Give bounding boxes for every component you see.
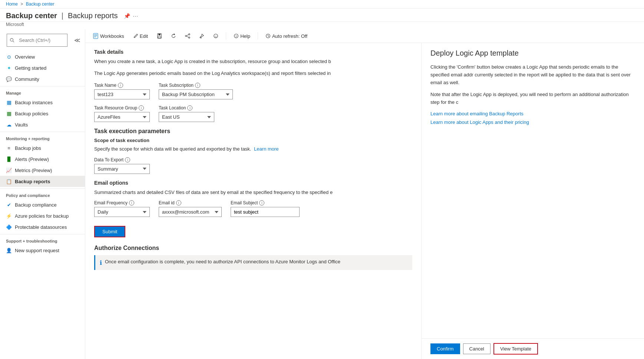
task-subscription-select[interactable]: Backup PM Subscription: [159, 89, 233, 99]
sidebar-item-backup-instances[interactable]: ▦ Backup instances: [0, 97, 85, 108]
sidebar-item-overview[interactable]: ⊙ Overview: [0, 51, 85, 62]
task-details-header: Task details: [94, 49, 412, 55]
feedback-icon: ☺: [213, 33, 218, 39]
sidebar-item-backup-compliance[interactable]: ✔ Backup compliance: [0, 199, 85, 210]
sidebar-item-alerts[interactable]: █ Alerts (Preview): [0, 154, 85, 165]
sidebar-label-backup-jobs: Backup jobs: [15, 145, 41, 151]
form-group-email-id: Email id i axxxx@microsoft.com: [159, 200, 222, 217]
toolbar-workbooks[interactable]: Workbooks: [91, 32, 126, 40]
svg-rect-3: [94, 34, 97, 35]
toolbar-share[interactable]: [184, 32, 192, 40]
data-export-select[interactable]: Summary: [94, 164, 150, 174]
sidebar: ≪ ⊙ Overview ✦ Getting started 💬 Communi…: [0, 29, 85, 359]
sidebar-label-alerts: Alerts (Preview): [15, 157, 49, 162]
sidebar-item-vaults[interactable]: ☁ Vaults: [0, 119, 85, 130]
email-subject-info-icon[interactable]: i: [259, 200, 264, 205]
task-subscription-info-icon[interactable]: i: [195, 83, 200, 88]
email-frequency-info-icon[interactable]: i: [129, 200, 134, 205]
toolbar-pin[interactable]: [198, 32, 206, 40]
sidebar-label-backup-reports: Backup reports: [15, 179, 50, 184]
sidebar-section-support: Support + troubleshooting: [0, 234, 85, 245]
header-separator: |: [62, 11, 63, 20]
toolbar-save[interactable]: [155, 32, 164, 40]
email-id-info-icon[interactable]: i: [176, 200, 181, 205]
email-subject-input[interactable]: [231, 207, 300, 217]
task-name-select[interactable]: test123: [94, 89, 150, 99]
breadcrumb-home[interactable]: Home: [6, 1, 18, 7]
svg-line-12: [187, 35, 189, 36]
right-panel-footer: Confirm Cancel View Template: [422, 338, 644, 359]
toolbar-edit-label: Edit: [140, 33, 148, 39]
info-banner-icon: ℹ: [100, 259, 102, 266]
sidebar-label-vaults: Vaults: [15, 122, 28, 128]
data-export-info-icon[interactable]: i: [125, 157, 130, 162]
cancel-button[interactable]: Cancel: [463, 343, 491, 354]
more-icon[interactable]: ···: [133, 13, 139, 19]
email-options-desc: Summarized charts and detailed CSV files…: [94, 189, 398, 196]
sidebar-section-manage: Manage: [0, 86, 85, 97]
task-name-info-icon[interactable]: i: [118, 83, 123, 88]
learn-more-backup-reports-link[interactable]: Learn more about emailing Backup Reports: [430, 111, 635, 116]
data-export-label: Data To Export i: [94, 157, 150, 162]
search-box[interactable]: [7, 34, 67, 47]
authorize-desc: Once email configuration is complete, yo…: [105, 259, 340, 264]
sidebar-label-community: Community: [15, 76, 39, 82]
task-execution-header: Task execution parameters: [94, 128, 412, 135]
authorize-section: Authorize Connections ℹ Once email confi…: [94, 245, 412, 270]
authorize-title: Authorize Connections: [94, 245, 412, 251]
resource-group-info-icon[interactable]: i: [139, 105, 144, 111]
email-id-select[interactable]: axxxx@microsoft.com: [159, 207, 222, 217]
toolbar-separator: [226, 32, 226, 40]
edit-icon: [133, 33, 138, 39]
backup-policies-icon: ▦: [6, 111, 12, 116]
page-header: Backup center | Backup reports 📌 ···: [0, 9, 644, 22]
sidebar-item-getting-started[interactable]: ✦ Getting started: [0, 62, 85, 73]
sidebar-label-metrics: Metrics (Preview): [15, 168, 52, 173]
header-actions: 📌 ···: [124, 13, 139, 19]
sidebar-label-protectable-datasources: Protectable datasources: [15, 224, 67, 230]
toolbar-autorefresh[interactable]: Auto refresh: Off: [264, 32, 309, 40]
sidebar-collapse-icon[interactable]: ≪: [73, 37, 82, 44]
protectable-datasources-icon: 🔷: [6, 224, 12, 230]
task-location-info-icon[interactable]: i: [187, 105, 192, 111]
task-details-desc2: The Logic App generates periodic emails …: [94, 70, 398, 77]
svg-text:☺: ☺: [214, 35, 217, 38]
pin-icon[interactable]: 📌: [124, 13, 130, 19]
task-location-select[interactable]: East US: [159, 112, 214, 122]
form-group-email-frequency: Email Frequency i Daily: [94, 200, 150, 217]
vaults-icon: ☁: [6, 122, 12, 128]
sidebar-item-metrics[interactable]: 📈 Metrics (Preview): [0, 165, 85, 176]
svg-rect-8: [158, 36, 161, 38]
email-frequency-select[interactable]: Daily: [94, 207, 150, 217]
toolbar-separator2: [258, 32, 258, 40]
view-template-button[interactable]: View Template: [493, 343, 538, 355]
save-icon: [157, 33, 162, 39]
sidebar-item-community[interactable]: 💬 Community: [0, 73, 85, 85]
search-input[interactable]: [16, 36, 64, 45]
resource-group-select[interactable]: AzureFiles: [94, 112, 150, 122]
toolbar-help[interactable]: ? Help: [232, 32, 252, 40]
submit-button[interactable]: Submit: [94, 226, 125, 237]
right-panel: Deploy Logic App template Clicking the '…: [422, 43, 644, 359]
sidebar-item-backup-policies[interactable]: ▦ Backup policies: [0, 108, 85, 119]
azure-policies-icon: ⚡: [6, 213, 12, 219]
sidebar-item-backup-reports[interactable]: 📋 Backup reports: [0, 176, 85, 187]
sidebar-item-protectable-datasources[interactable]: 🔷 Protectable datasources: [0, 221, 85, 233]
learn-more-logic-apps-link[interactable]: Learn more about Logic Apps and their pr…: [430, 119, 635, 125]
email-subject-label: Email Subject i: [231, 200, 300, 205]
sidebar-item-backup-jobs[interactable]: ≡ Backup jobs: [0, 142, 85, 154]
confirm-button[interactable]: Confirm: [430, 343, 460, 354]
form-row-resource-location: Task Resource Group i AzureFiles Task Lo…: [94, 105, 412, 122]
sidebar-label-backup-policies: Backup policies: [15, 111, 48, 116]
backup-compliance-icon: ✔: [6, 202, 12, 208]
svg-rect-4: [94, 36, 97, 36]
toolbar-edit[interactable]: Edit: [132, 32, 149, 40]
sidebar-item-azure-policies[interactable]: ⚡ Azure policies for backup: [0, 210, 85, 221]
sidebar-label-backup-instances: Backup instances: [15, 100, 53, 105]
scope-learn-more-link[interactable]: Learn more: [254, 146, 278, 152]
form-row-email: Email Frequency i Daily Email id i: [94, 200, 412, 217]
sidebar-item-new-support-request[interactable]: 👤 New support request: [0, 245, 85, 256]
toolbar-refresh[interactable]: [169, 32, 178, 40]
toolbar-feedback[interactable]: ☺: [212, 32, 220, 40]
breadcrumb-current[interactable]: Backup center: [26, 1, 55, 7]
